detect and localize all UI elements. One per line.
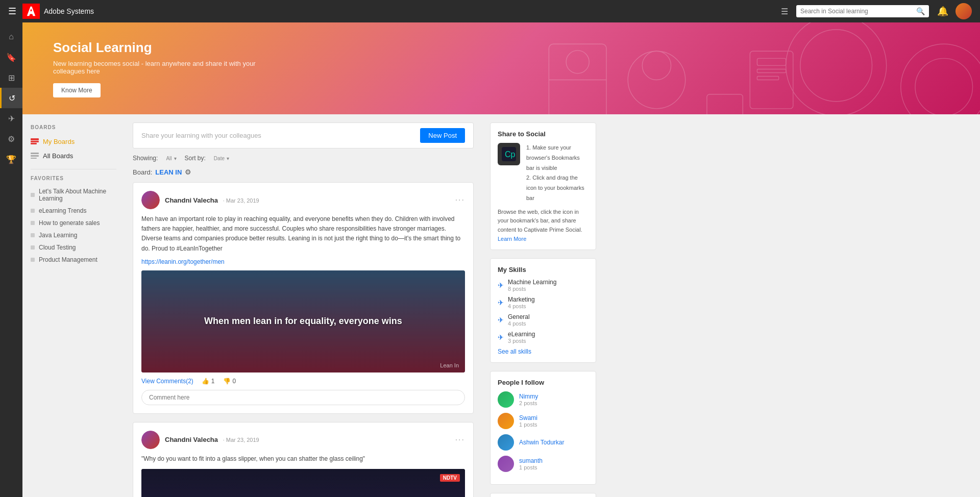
notifications-bell-icon[interactable]: 🔔	[937, 6, 948, 17]
my-boards-label: My Boards	[43, 138, 75, 145]
fav-label: eLearning Trends	[39, 207, 86, 214]
fav-product-management[interactable]: Product Management	[22, 254, 125, 266]
svg-point-2	[915, 58, 973, 114]
thumbs-up-icon: 👍	[202, 378, 209, 385]
fav-machine-learning[interactable]: Let's Talk About Machine Learning	[22, 185, 125, 205]
view-comments-link-1[interactable]: View Comments(2)	[141, 378, 193, 385]
side-nav: ⌂ 🔖 ⊞ ↺ ✈ ⚙ 🏆	[0, 22, 22, 497]
main-wrapper: Social Learning New learning becomes soc…	[22, 22, 980, 497]
fav-dot	[31, 193, 35, 197]
my-boards-link[interactable]: My Boards	[22, 134, 125, 148]
captivate-icon: Cp	[498, 143, 520, 165]
svg-rect-10	[549, 44, 607, 114]
video-channel-label: NDTV	[440, 474, 460, 482]
fav-label: Cloud Testing	[39, 244, 76, 251]
filter-bar: Showing: All ▾ Sort by: Date ▾	[133, 155, 474, 162]
sidenav-settings[interactable]: ⚙	[0, 129, 22, 149]
person-name-swami[interactable]: Swami	[519, 414, 537, 421]
post-link-1[interactable]: https://leanin.org/together/men	[141, 258, 225, 265]
post-more-button-1[interactable]: ···	[455, 195, 465, 205]
new-post-bar: Share your learning with your colleagues…	[133, 122, 474, 148]
brand-name: Adobe Systems	[44, 7, 781, 15]
post-author-info-1: Chandni Valecha · Mar 23, 2019	[165, 196, 259, 204]
sort-filter[interactable]: Date ▾	[214, 156, 229, 161]
person-name-sumanth[interactable]: sumanth	[519, 457, 543, 464]
post-more-button-2[interactable]: ···	[455, 435, 465, 444]
svg-point-11	[567, 51, 590, 73]
all-boards-link[interactable]: All Boards	[22, 148, 125, 163]
fav-dot	[31, 258, 35, 262]
fav-java-learning[interactable]: Java Learning	[22, 229, 125, 241]
sidenav-home[interactable]: ⌂	[0, 27, 22, 47]
fav-label: Product Management	[39, 256, 97, 263]
skill-arrow-icon: ✈	[498, 316, 504, 324]
hamburger-icon[interactable]: ☰	[8, 6, 16, 17]
skill-name[interactable]: General	[508, 313, 530, 320]
post-date-2: · Mar 23, 2019	[223, 437, 259, 443]
content-area: BOARDS My Boards All Boards FAVORITES Le…	[22, 114, 980, 497]
post-image-1: When men lean in for equality, everyone …	[141, 270, 465, 372]
person-avatar-swami	[498, 413, 514, 429]
share-social-desc: Browse the web, click the icon in your b…	[498, 208, 589, 235]
svg-rect-7	[757, 77, 779, 80]
board-name[interactable]: LEAN IN	[155, 168, 182, 176]
search-input[interactable]	[800, 8, 916, 15]
menu-icon[interactable]: ☰	[781, 7, 788, 16]
search-icon: 🔍	[916, 7, 925, 15]
fav-cloud-testing[interactable]: Cloud Testing	[22, 241, 125, 254]
all-boards-label: All Boards	[43, 152, 73, 160]
skill-posts: 4 posts	[508, 303, 535, 309]
person-name-nimmy[interactable]: Nimmy	[519, 393, 538, 400]
post-author-info-2: Chandni Valecha · Mar 23, 2019	[165, 436, 259, 443]
board-settings-icon[interactable]: ⚙	[185, 168, 191, 176]
post-body-1: Men have an important role to play in re…	[141, 214, 465, 254]
hero-title: Social Learning	[53, 40, 257, 56]
sidenav-social[interactable]: ↺	[0, 88, 22, 108]
showing-filter[interactable]: All ▾	[166, 156, 176, 161]
sidenav-learn[interactable]: ✈	[0, 108, 22, 129]
skill-arrow-icon: ✈	[498, 333, 504, 341]
dislike-button-1[interactable]: 👎 0	[223, 378, 236, 385]
skill-posts: 3 posts	[508, 338, 535, 344]
hero-banner: Social Learning New learning becomes soc…	[22, 22, 980, 114]
fav-label: How to generate sales	[39, 219, 100, 227]
showing-chevron-icon: ▾	[174, 156, 177, 161]
share-social-content: Cp 1. Make sure your browser's Bookmarks…	[498, 143, 589, 204]
post-header-1: Chandni Valecha · Mar 23, 2019 ···	[141, 191, 465, 209]
post-actions-1: View Comments(2) 👍 1 👎 0	[141, 378, 465, 385]
post-card-1: Chandni Valecha · Mar 23, 2019 ··· Men h…	[133, 182, 474, 414]
board-label: Board: LEAN IN ⚙	[133, 168, 474, 176]
svg-rect-6	[757, 69, 786, 72]
fav-label: Java Learning	[39, 232, 77, 239]
post-header-2: Chandni Valecha · Mar 23, 2019 ···	[141, 431, 465, 449]
fav-dot	[31, 221, 35, 225]
sort-value: Date	[214, 156, 225, 161]
thumbs-down-icon: 👎	[223, 378, 231, 385]
showing-label: Showing:	[133, 155, 158, 162]
user-avatar[interactable]	[955, 3, 972, 19]
see-all-skills-link[interactable]: See all skills	[498, 348, 589, 355]
my-boards-icon	[31, 137, 39, 145]
skill-name[interactable]: Machine Learning	[508, 279, 556, 286]
like-button-1[interactable]: 👍 1	[202, 378, 215, 385]
skill-name[interactable]: Marketing	[508, 296, 535, 303]
know-more-button[interactable]: Know More	[53, 83, 101, 97]
share-learn-more-link[interactable]: Learn More	[498, 236, 526, 242]
person-swami: Swami 1 posts	[498, 413, 589, 429]
comment-input-1[interactable]	[141, 390, 465, 405]
post-image-text-1: When men lean in for equality, everyone …	[204, 316, 402, 327]
fav-generate-sales[interactable]: How to generate sales	[22, 217, 125, 229]
skill-name[interactable]: eLearning	[508, 331, 535, 338]
sidenav-apps[interactable]: ⊞	[0, 67, 22, 88]
share-step-2: 2. Click and drag the icon to your bookm…	[526, 173, 589, 203]
svg-point-1	[786, 22, 887, 114]
sidenav-bookmarks[interactable]: 🔖	[0, 47, 22, 67]
sidenav-achievements[interactable]: 🏆	[0, 149, 22, 169]
favorites-title: FAVORITES	[22, 176, 125, 185]
person-name-ashwin[interactable]: Ashwin Todurkar	[519, 439, 565, 446]
skill-arrow-icon: ✈	[498, 299, 504, 307]
my-skills-section: My Skills ✈ Machine Learning 8 posts ✈ M…	[490, 258, 596, 363]
fav-elearning-trends[interactable]: eLearning Trends	[22, 205, 125, 217]
new-post-button[interactable]: New Post	[420, 128, 465, 143]
person-avatar-nimmy	[498, 391, 514, 408]
